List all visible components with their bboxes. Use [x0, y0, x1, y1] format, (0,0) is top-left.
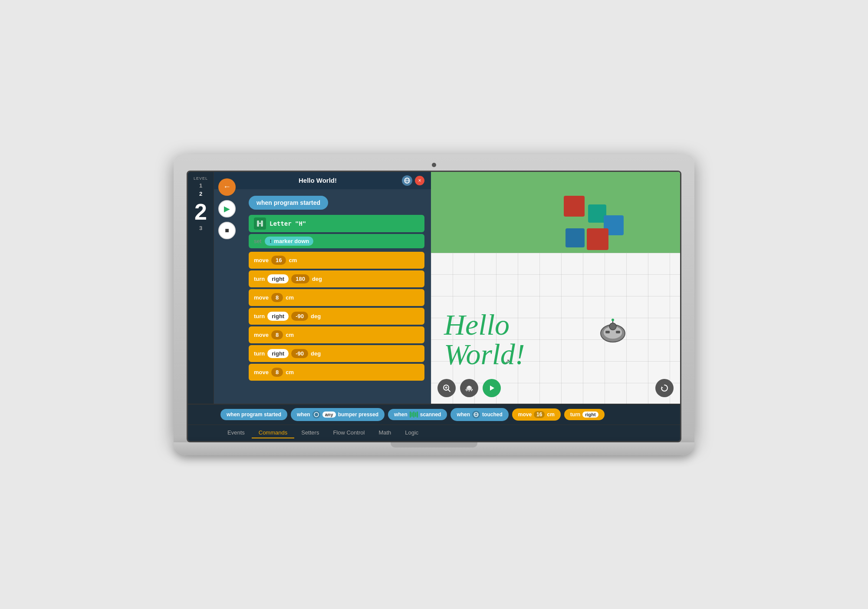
palette-bumper-pressed[interactable]: when any bumper pressed: [291, 408, 385, 421]
globe-icon-button[interactable]: [402, 175, 412, 186]
trigger-label: when program started: [256, 199, 320, 206]
move-val-8-2: 8: [271, 330, 283, 339]
svg-rect-3: [257, 221, 259, 227]
app-main: ← ▶ ■ + LEVEL: [188, 172, 680, 404]
turn-deg-n90-1: -90: [291, 312, 308, 321]
marker-inner: ↕ marker down: [265, 237, 313, 246]
robot: [598, 317, 628, 347]
simulator-area: HelloWorld!: [431, 172, 680, 404]
palette-any-label: any: [322, 411, 336, 418]
cube-blue-2: [566, 228, 585, 247]
sim-reset-button[interactable]: [655, 379, 674, 397]
level-3[interactable]: 3: [199, 225, 202, 231]
tab-flow-control[interactable]: Flow Control: [326, 428, 372, 438]
stop-button[interactable]: ■: [218, 222, 236, 239]
deg-label-1: deg: [312, 276, 322, 282]
palette-turn-right[interactable]: turn right: [564, 409, 605, 420]
move-val-16: 16: [271, 256, 286, 265]
svg-rect-5: [259, 223, 261, 224]
cm-label-2: cm: [286, 294, 294, 301]
trigger-block[interactable]: when program started: [249, 196, 328, 210]
deg-label-3: deg: [311, 350, 321, 357]
svg-rect-12: [616, 331, 620, 333]
header-icons: ×: [402, 175, 424, 186]
level-sidebar: LEVEL 1 2 2 3: [188, 172, 214, 404]
move-val-8-3: 8: [271, 368, 283, 377]
sim-controls: [437, 379, 501, 397]
deg-label-2: deg: [311, 313, 321, 319]
palette-bumper-icon: [312, 411, 320, 418]
level-2[interactable]: 2: [199, 191, 202, 197]
palette-when-label-3: when: [457, 411, 470, 418]
block-turn-right-n90-2[interactable]: turn right -90 deg: [249, 345, 424, 362]
palette-tabs: Events Commands Setters Flow Control Mat: [188, 425, 680, 441]
cube-red-2: [587, 228, 608, 250]
turn-label-2: turn: [254, 313, 265, 319]
turn-dir-3: right: [267, 349, 289, 358]
level-label: LEVEL: [194, 176, 208, 181]
palette-globe-icon: [472, 411, 480, 418]
block-move-8-2[interactable]: move 8 cm: [249, 326, 424, 343]
move-label-3: move: [254, 332, 269, 338]
sim-zoom-button[interactable]: [437, 379, 456, 397]
turn-deg-n90-2: -90: [291, 349, 308, 358]
sim-turtle-button[interactable]: [460, 379, 478, 397]
code-title: Hello World!: [299, 177, 337, 184]
tab-commands[interactable]: Commands: [252, 428, 294, 438]
palette-when-label-2: when: [394, 411, 408, 418]
marker-block[interactable]: set ↕ marker down: [249, 234, 424, 248]
tab-math[interactable]: Math: [372, 428, 398, 438]
close-button[interactable]: ×: [415, 176, 424, 185]
letter-block[interactable]: Letter "H": [249, 215, 424, 232]
block-move-8-3[interactable]: move 8 cm: [249, 364, 424, 381]
letter-icon: [254, 217, 266, 230]
palette-wps-label: when program started: [227, 411, 281, 418]
level-1[interactable]: 1: [199, 182, 202, 189]
palette-when-touched[interactable]: when touched: [450, 408, 508, 421]
code-area: Hello World! ×: [214, 172, 431, 404]
svg-line-14: [448, 389, 450, 392]
block-move-16[interactable]: move 16 cm: [249, 252, 424, 269]
svg-line-20: [472, 389, 473, 390]
move-label-2: move: [254, 294, 269, 301]
palette-when-program-started[interactable]: when program started: [220, 409, 287, 420]
turn-dir-1: right: [267, 274, 289, 283]
svg-point-8: [609, 323, 616, 330]
cube-red-1: [564, 196, 585, 217]
bottom-toolbar: when program started when any bumper: [188, 404, 680, 441]
level-current: 2: [194, 201, 207, 223]
move-label-1: move: [254, 257, 269, 263]
block-turn-right-180[interactable]: turn right 180 deg: [249, 270, 424, 287]
cursor-indicator: ↗: [505, 358, 510, 365]
tab-logic[interactable]: Logic: [398, 428, 425, 438]
palette-move-16[interactable]: move 16 cm: [512, 408, 561, 421]
svg-point-10: [612, 319, 614, 321]
palette-right-val: right: [582, 411, 598, 418]
palette-move-label: move: [518, 411, 532, 418]
svg-line-21: [467, 390, 467, 391]
play-button[interactable]: ▶: [218, 200, 236, 217]
cm-label-3: cm: [286, 332, 294, 338]
sim-play-button[interactable]: [483, 379, 501, 397]
svg-rect-11: [605, 331, 610, 333]
back-button[interactable]: ←: [218, 178, 236, 196]
svg-rect-4: [261, 221, 263, 227]
palette-scanned[interactable]: when scanned: [388, 409, 447, 420]
camera: [432, 163, 436, 167]
tab-setters[interactable]: Setters: [294, 428, 326, 438]
cm-label-1: cm: [289, 257, 297, 263]
code-header: Hello World! ×: [214, 172, 431, 189]
svg-marker-25: [661, 386, 663, 388]
letter-text: Letter "H": [270, 220, 306, 227]
palette-touched-label: touched: [482, 411, 503, 418]
block-move-8-1[interactable]: move 8 cm: [249, 289, 424, 306]
svg-line-19: [466, 389, 467, 390]
palette-bumper-label: bumper pressed: [338, 411, 378, 418]
cm-label-4: cm: [286, 369, 294, 375]
turn-deg-180: 180: [291, 274, 309, 283]
turn-label-1: turn: [254, 276, 265, 282]
code-workspace: when program started: [214, 189, 431, 404]
tab-events[interactable]: Events: [220, 428, 252, 438]
block-turn-right-n90-1[interactable]: turn right -90 deg: [249, 308, 424, 325]
marker-set-label: set: [254, 238, 261, 244]
